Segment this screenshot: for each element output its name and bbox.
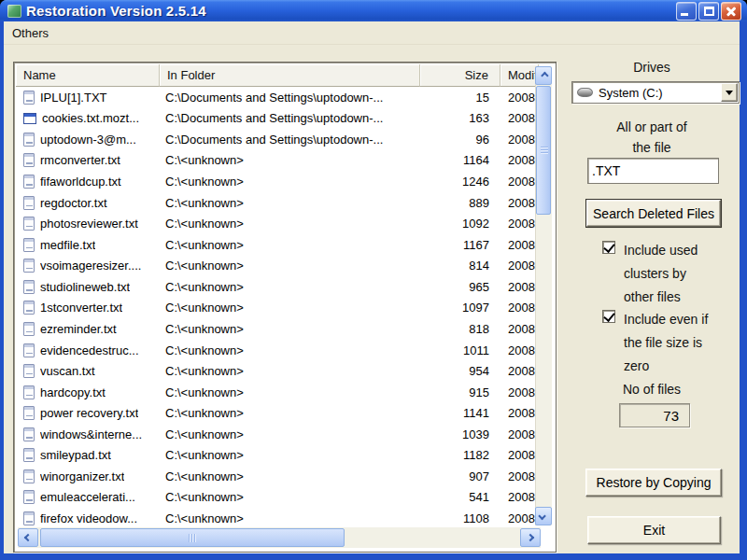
drive-select[interactable]: System (C:) xyxy=(571,81,740,104)
file-row[interactable]: ezreminder.txt C:\<unknown> 818 2008 xyxy=(16,318,539,340)
search-deleted-files-button[interactable]: Search Deleted Files xyxy=(586,200,721,227)
file-folder: C:\<unknown> xyxy=(160,217,420,231)
include-used-clusters-option: Include used clusters by other files xyxy=(602,239,698,309)
file-row[interactable]: 1stconverter.txt C:\<unknown> 1097 2008 xyxy=(16,298,539,319)
include-zero-size-label: Include even if the file size is zero xyxy=(624,308,708,378)
file-size: 1167 xyxy=(420,238,500,252)
file-modified: 2008 xyxy=(500,490,539,504)
scroll-right-button[interactable] xyxy=(520,528,541,547)
restore-by-copying-button[interactable]: Restore by Copying xyxy=(585,469,722,497)
thumb-grip xyxy=(189,534,197,542)
file-row[interactable]: rmconverter.txt C:\<unknown> 1164 2008 xyxy=(16,150,539,172)
file-name: hardcopy.txt xyxy=(40,385,106,399)
column-header-size[interactable]: Size xyxy=(420,64,500,87)
file-row[interactable]: vsoimageresizer.... C:\<unknown> 814 200… xyxy=(16,256,539,277)
window-controls xyxy=(676,2,741,21)
file-row[interactable]: windows&interne... C:\<unknown> 1039 200… xyxy=(16,424,539,445)
file-folder: C:\<unknown> xyxy=(160,238,420,252)
file-size: 1182 xyxy=(420,448,500,462)
no-of-files-label: No of files xyxy=(564,382,740,397)
vertical-scroll-thumb[interactable] xyxy=(536,86,551,215)
file-name: ezreminder.txt xyxy=(40,322,117,336)
file-row[interactable]: emuleaccelerati... C:\<unknown> 541 2008 xyxy=(16,487,539,509)
maximize-button[interactable] xyxy=(698,2,719,21)
list-rows: IPLU[1].TXT C:\Documents and Settings\up… xyxy=(16,87,539,527)
file-icon xyxy=(23,511,35,525)
file-icon xyxy=(23,238,35,252)
column-header-modified[interactable]: Modified xyxy=(500,64,539,87)
file-modified: 2008 xyxy=(500,343,539,357)
file-size: 915 xyxy=(420,385,500,399)
column-header-folder[interactable]: In Folder xyxy=(160,64,420,87)
include-used-clusters-checkbox[interactable] xyxy=(602,241,615,254)
file-icon xyxy=(23,175,35,189)
drive-dropdown-button[interactable] xyxy=(721,83,738,102)
scroll-down-button[interactable] xyxy=(535,507,552,525)
file-icon xyxy=(23,259,35,273)
file-row[interactable]: uptodown-3@m... C:\Documents and Setting… xyxy=(16,129,539,150)
file-row[interactable]: winorganizer.txt C:\<unknown> 907 2008 xyxy=(16,466,539,487)
file-filter-input[interactable] xyxy=(587,158,719,184)
file-name: fifaworldcup.txt xyxy=(40,175,121,189)
file-modified: 2008 xyxy=(500,301,539,315)
file-modified: 2008 xyxy=(500,91,539,105)
file-size: 96 xyxy=(420,133,500,147)
menu-item-others[interactable]: Others xyxy=(4,24,57,42)
file-size: 1097 xyxy=(420,301,500,315)
file-modified: 2008 xyxy=(500,133,539,147)
file-icon xyxy=(23,490,35,504)
file-row[interactable]: hardcopy.txt C:\<unknown> 915 2008 xyxy=(16,382,539,403)
file-row[interactable]: evidencedestruc... C:\<unknown> 1011 200… xyxy=(16,340,539,361)
file-name: uptodown-3@m... xyxy=(40,133,136,147)
file-row[interactable]: IPLU[1].TXT C:\Documents and Settings\up… xyxy=(16,87,539,108)
file-row[interactable]: photosreviewer.txt C:\<unknown> 1092 200… xyxy=(16,213,539,234)
file-folder: C:\<unknown> xyxy=(160,364,420,378)
file-size: 814 xyxy=(420,259,500,273)
file-row[interactable]: regdoctor.txt C:\<unknown> 889 2008 xyxy=(16,192,539,214)
drives-label: Drives xyxy=(564,60,740,75)
minimize-button[interactable] xyxy=(676,2,697,21)
file-row[interactable]: studiolineweb.txt C:\<unknown> 965 2008 xyxy=(16,276,539,298)
file-row[interactable]: fifaworldcup.txt C:\<unknown> 1246 2008 xyxy=(16,171,539,192)
close-button[interactable] xyxy=(721,2,741,21)
file-modified: 2008 xyxy=(500,217,539,231)
file-row[interactable]: vuscan.txt C:\<unknown> 954 2008 xyxy=(16,360,539,382)
file-folder: C:\<unknown> xyxy=(160,322,420,336)
file-modified: 2008 xyxy=(500,427,539,441)
scroll-left-button[interactable] xyxy=(18,528,38,547)
scroll-up-button[interactable] xyxy=(535,66,552,85)
horizontal-scroll-thumb[interactable] xyxy=(40,528,345,547)
include-zero-size-checkbox[interactable] xyxy=(602,310,615,323)
list-header: Name In Folder Size Modified xyxy=(16,64,554,87)
exit-button[interactable]: Exit xyxy=(587,516,721,544)
file-modified: 2008 xyxy=(500,406,539,420)
file-modified: 2008 xyxy=(500,280,539,294)
file-size: 965 xyxy=(420,280,500,294)
file-row[interactable]: cookies.txt.mozt... C:\Documents and Set… xyxy=(16,108,539,130)
file-row[interactable]: power recovery.txt C:\<unknown> 1141 200… xyxy=(16,402,539,424)
file-row[interactable]: smileypad.txt C:\<unknown> 1182 2008 xyxy=(16,445,539,467)
file-icon xyxy=(23,469,35,483)
file-row[interactable]: medfile.txt C:\<unknown> 1167 2008 xyxy=(16,234,539,256)
file-folder: C:\<unknown> xyxy=(160,385,420,399)
vertical-scrollbar[interactable] xyxy=(535,66,552,525)
file-modified: 2008 xyxy=(500,111,539,125)
file-modified: 2008 xyxy=(500,238,539,252)
file-icon xyxy=(23,301,35,315)
column-header-name[interactable]: Name xyxy=(16,64,160,87)
file-icon xyxy=(23,406,35,420)
titlebar[interactable]: Restoration Version 2.5.14 xyxy=(0,0,747,21)
chevron-right-icon xyxy=(527,534,534,541)
file-size: 541 xyxy=(420,490,500,504)
file-icon xyxy=(23,217,35,231)
drive-selected-value: System (C:) xyxy=(599,86,721,100)
file-name: emuleaccelerati... xyxy=(40,490,135,504)
window-title: Restoration Version 2.5.14 xyxy=(26,3,206,19)
file-row[interactable]: firefox videodow... C:\<unknown> 1108 20… xyxy=(16,508,539,527)
file-name: photosreviewer.txt xyxy=(40,217,138,231)
file-folder: C:\Documents and Settings\uptodown-... xyxy=(160,111,420,125)
include-used-clusters-label: Include used clusters by other files xyxy=(624,239,698,309)
no-of-files-value: 73 xyxy=(619,403,690,427)
minimize-icon xyxy=(681,13,688,16)
horizontal-scrollbar[interactable] xyxy=(18,527,541,548)
